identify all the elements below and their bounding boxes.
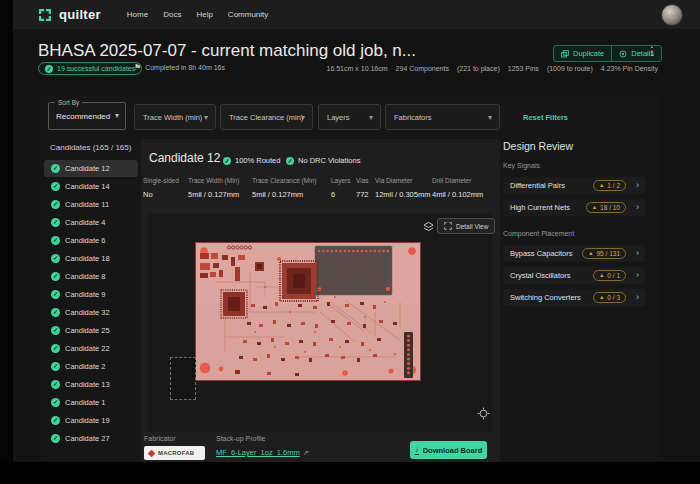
page-title: BHASA 2025-07-07 - current matching old …	[38, 41, 416, 61]
candidate-list-item[interactable]: Candidate 6	[44, 232, 138, 249]
fabricator-name: MACROFAB	[158, 450, 194, 456]
design-review-row[interactable]: Crystal Oscillators 0 / 1	[503, 267, 645, 284]
design-review-row[interactable]: Bypass Capacitors 95 / 131	[503, 245, 645, 262]
spec-value: 772	[356, 190, 375, 199]
nav-link[interactable]: Docs	[163, 10, 181, 19]
spec-value: 12mil / 0.305mm	[375, 190, 432, 199]
spec-column-header: Vias	[356, 177, 375, 184]
check-circle-icon	[51, 308, 60, 317]
candidates-list: Candidate 12 Candidate 14 Candidate 11 C…	[44, 160, 138, 447]
spec-column-header: Drill Diameter	[432, 177, 502, 184]
check-circle-icon	[51, 434, 60, 443]
design-review-row[interactable]: Differential Pairs 1 / 2	[503, 177, 645, 194]
sort-by-select[interactable]: Sort By Recommended ▾	[48, 102, 126, 130]
user-avatar[interactable]	[661, 4, 683, 26]
candidate-label: Candidate 2	[65, 362, 105, 371]
quilter-logo[interactable]: quilter	[37, 7, 101, 23]
reset-filters-link[interactable]: Reset Filters	[523, 113, 568, 122]
candidate-list-item[interactable]: Candidate 25	[44, 322, 138, 339]
routed-label: 100% Routed	[235, 156, 280, 165]
candidate-list-item[interactable]: Candidate 32	[44, 304, 138, 321]
spec-column-header: Via Diameter	[375, 177, 432, 184]
board-stat: (1009 to route)	[547, 65, 593, 72]
filter-dropdown-label: Trace Width (min)	[143, 113, 202, 122]
candidate-list-item[interactable]: Candidate 1	[44, 394, 138, 411]
pcb-board-image[interactable]	[195, 242, 421, 381]
candidate-list-item[interactable]: Candidate 14	[44, 178, 138, 195]
app-screen: quilter HomeDocsHelpCommunity BHASA 2025…	[0, 0, 700, 484]
routed-status-badge: 100% Routed	[223, 156, 280, 165]
success-candidates-badge: 19 successful candidates	[38, 62, 142, 75]
key-signals-list: Differential Pairs 1 / 2 High Current Ne…	[503, 177, 645, 216]
candidate-list-item[interactable]: Candidate 9	[44, 286, 138, 303]
zoom-extents-icon[interactable]	[477, 407, 490, 420]
check-circle-icon	[51, 398, 60, 407]
check-circle-icon	[51, 164, 60, 173]
top-navbar: quilter HomeDocsHelpCommunity	[13, 0, 700, 29]
stackup-profile-link[interactable]: MF_6-Layer_1oz_1.6mm	[216, 448, 300, 457]
filter-dropdown[interactable]: Trace Width (min)	[134, 104, 216, 130]
candidate-label: Candidate 18	[65, 254, 110, 263]
nav-link[interactable]: Community	[228, 10, 268, 19]
sort-by-value: Recommended	[56, 112, 110, 121]
nav-link[interactable]: Home	[127, 10, 148, 19]
spec-value: 4mil / 0.102mm	[432, 190, 502, 199]
offboard-connector-outline	[170, 357, 196, 400]
check-circle-icon	[51, 236, 60, 245]
spec-table-values: No5mil / 0.127mm5mil / 0.127mm677212mil …	[143, 190, 502, 199]
detail-view-button[interactable]: Detail View	[437, 218, 495, 234]
candidate-list-item[interactable]: Candidate 18	[44, 250, 138, 267]
warning-badge: 0 / 3	[593, 292, 626, 303]
warning-badge: 0 / 1	[593, 270, 626, 281]
candidate-label: Candidate 13	[65, 380, 110, 389]
check-circle-icon	[51, 416, 60, 425]
drc-label: No DRC Violations	[298, 156, 360, 165]
candidate-label: Candidate 22	[65, 344, 110, 353]
check-circle-icon	[51, 290, 60, 299]
spec-column-header: Single-sided	[143, 177, 188, 184]
design-review-row[interactable]: Switching Converters 0 / 3	[503, 289, 645, 306]
details-icon	[619, 50, 627, 58]
candidate-label: Candidate 19	[65, 416, 110, 425]
duplicate-button[interactable]: Duplicate	[554, 46, 611, 61]
completed-text: Completed in 8h 40m 16s	[145, 64, 225, 71]
candidate-list-item[interactable]: Candidate 19	[44, 412, 138, 429]
review-row-label: High Current Nets	[510, 203, 570, 212]
spec-column-header: Layers	[331, 177, 356, 184]
candidate-list-item[interactable]: Candidate 27	[44, 430, 138, 447]
board-stats: 16.51cm x 10.16cm294 Components(221 to p…	[327, 65, 659, 72]
candidate-list-item[interactable]: Candidate 8	[44, 268, 138, 285]
warning-badge: 95 / 131	[582, 248, 626, 259]
check-circle-icon	[223, 157, 231, 165]
candidate-label: Candidate 4	[65, 218, 105, 227]
candidate-label: Candidate 14	[65, 182, 110, 191]
check-circle-icon	[51, 362, 60, 371]
filter-dropdown[interactable]: Fabricators	[385, 104, 500, 130]
external-link-icon: ↗	[303, 449, 309, 457]
component-placement-list: Bypass Capacitors 95 / 131 Crystal Oscil…	[503, 245, 645, 306]
board-stat: (221 to place)	[457, 65, 500, 72]
macrofab-logo-icon	[148, 449, 156, 457]
filter-dropdown[interactable]: Trace Clearance (min)	[220, 104, 313, 130]
design-review-row[interactable]: High Current Nets 18 / 10	[503, 199, 645, 216]
candidate-list-item[interactable]: Candidate 11	[44, 196, 138, 213]
fabricator-logo[interactable]: MACROFAB	[144, 446, 205, 460]
board-stat: 4.23% Pin Density	[601, 65, 658, 72]
board-stat: 294 Components	[396, 65, 449, 72]
candidate-list-item[interactable]: Candidate 12	[44, 160, 138, 177]
nav-link[interactable]: Help	[196, 10, 212, 19]
candidate-label: Candidate 12	[65, 164, 110, 173]
candidate-list-item[interactable]: Candidate 4	[44, 214, 138, 231]
flip-board-icon[interactable]	[422, 220, 435, 233]
candidate-list-item[interactable]: Candidate 22	[44, 340, 138, 357]
candidate-list-item[interactable]: Candidate 2	[44, 358, 138, 375]
filter-dropdown[interactable]: Layers	[318, 104, 381, 130]
success-badge-label: 19 successful candidates	[57, 65, 135, 72]
board-stat: 16.51cm x 10.16cm	[327, 65, 388, 72]
candidate-label: Candidate 9	[65, 290, 105, 299]
download-board-button[interactable]: ↓ Download Board	[410, 441, 487, 459]
kebab-menu-icon[interactable]: ⋮	[646, 44, 658, 58]
candidate-list-item[interactable]: Candidate 13	[44, 376, 138, 393]
quilter-logo-icon	[37, 7, 53, 23]
spec-column-header: Trace Width (Min)	[188, 177, 252, 184]
